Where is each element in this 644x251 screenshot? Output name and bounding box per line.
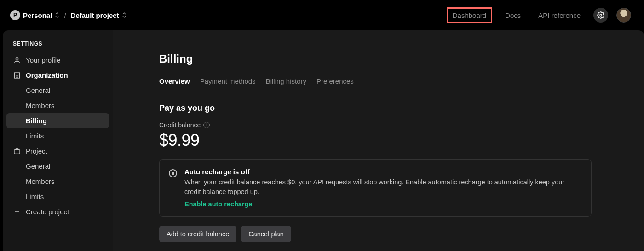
tab-preferences[interactable]: Preferences bbox=[316, 77, 354, 91]
user-avatar[interactable] bbox=[616, 8, 631, 23]
chevron-updown-icon bbox=[55, 12, 59, 18]
sidebar-item-org-billing[interactable]: Billing bbox=[6, 113, 109, 128]
sidebar-item-proj-general[interactable]: General bbox=[6, 159, 109, 174]
svg-point-0 bbox=[600, 14, 602, 16]
svg-point-1 bbox=[16, 57, 18, 60]
tabs: Overview Payment methods Billing history… bbox=[159, 77, 592, 91]
gear-icon bbox=[597, 11, 604, 19]
settings-button[interactable] bbox=[593, 8, 608, 23]
balance-label-row: Credit balance i bbox=[159, 121, 592, 129]
nav-api-reference[interactable]: API reference bbox=[534, 9, 585, 22]
chevron-updown-icon bbox=[122, 12, 126, 18]
tab-billing-history[interactable]: Billing history bbox=[266, 77, 306, 91]
plus-icon bbox=[13, 209, 21, 215]
sidebar-item-label: Organization bbox=[26, 71, 68, 79]
page-title: Billing bbox=[159, 52, 592, 65]
sidebar: SETTINGS Your profile Organization Gener… bbox=[3, 30, 113, 251]
breadcrumb: P Personal / Default project bbox=[10, 10, 126, 20]
balance-label: Credit balance bbox=[159, 121, 201, 129]
svg-rect-3 bbox=[14, 149, 20, 154]
main-content: Billing Overview Payment methods Billing… bbox=[113, 30, 644, 251]
sidebar-item-label: General bbox=[26, 162, 50, 170]
notice-title: Auto recharge is off bbox=[184, 168, 582, 176]
sidebar-item-label: General bbox=[26, 86, 50, 94]
org-switcher[interactable]: Personal bbox=[23, 11, 59, 19]
stop-icon bbox=[169, 169, 177, 177]
topbar: P Personal / Default project Dashboard D… bbox=[0, 0, 644, 30]
section-title: Pay as you go bbox=[159, 103, 592, 113]
project-switcher[interactable]: Default project bbox=[71, 11, 126, 19]
topbar-nav: Dashboard Docs API reference bbox=[447, 7, 631, 23]
sidebar-item-label: Project bbox=[26, 147, 47, 155]
sidebar-item-proj-limits[interactable]: Limits bbox=[6, 189, 109, 204]
sidebar-item-org-members[interactable]: Members bbox=[6, 98, 109, 113]
sidebar-header: SETTINGS bbox=[6, 40, 109, 52]
sidebar-item-label: Limits bbox=[26, 193, 44, 200]
sidebar-item-label: Members bbox=[26, 102, 55, 109]
user-icon bbox=[13, 57, 21, 64]
sidebar-item-label: Members bbox=[26, 177, 55, 185]
layout: SETTINGS Your profile Organization Gener… bbox=[0, 30, 644, 251]
cancel-plan-button[interactable]: Cancel plan bbox=[241, 226, 291, 242]
building-icon bbox=[13, 72, 21, 79]
sidebar-item-org-general[interactable]: General bbox=[6, 83, 109, 98]
auto-recharge-notice: Auto recharge is off When your credit ba… bbox=[159, 159, 592, 217]
balance-value: $9.99 bbox=[159, 131, 592, 150]
sidebar-item-organization[interactable]: Organization bbox=[6, 68, 109, 83]
tab-overview[interactable]: Overview bbox=[159, 77, 190, 91]
nav-docs[interactable]: Docs bbox=[500, 9, 525, 22]
sidebar-item-org-limits[interactable]: Limits bbox=[6, 128, 109, 143]
sidebar-item-label: Billing bbox=[26, 117, 47, 125]
add-credit-button[interactable]: Add to credit balance bbox=[159, 226, 236, 242]
sidebar-item-proj-members[interactable]: Members bbox=[6, 174, 109, 189]
project-label: Default project bbox=[71, 11, 119, 19]
org-label: Personal bbox=[23, 11, 52, 19]
button-row: Add to credit balance Cancel plan bbox=[159, 226, 592, 242]
sidebar-item-label: Create project bbox=[26, 208, 69, 216]
sidebar-item-create-project[interactable]: Create project bbox=[6, 204, 109, 219]
briefcase-icon bbox=[13, 148, 21, 155]
notice-text: When your credit balance reaches $0, you… bbox=[184, 177, 582, 197]
sidebar-item-label: Limits bbox=[26, 132, 44, 140]
sidebar-item-profile[interactable]: Your profile bbox=[6, 52, 109, 68]
nav-dashboard[interactable]: Dashboard bbox=[447, 7, 492, 23]
breadcrumb-separator: / bbox=[64, 11, 66, 19]
enable-auto-recharge-link[interactable]: Enable auto recharge bbox=[184, 200, 582, 208]
info-icon[interactable]: i bbox=[203, 122, 210, 128]
tab-payment-methods[interactable]: Payment methods bbox=[200, 77, 256, 91]
sidebar-item-label: Your profile bbox=[26, 56, 60, 64]
svg-rect-2 bbox=[15, 73, 20, 78]
org-avatar[interactable]: P bbox=[10, 10, 20, 20]
sidebar-item-project[interactable]: Project bbox=[6, 143, 109, 159]
